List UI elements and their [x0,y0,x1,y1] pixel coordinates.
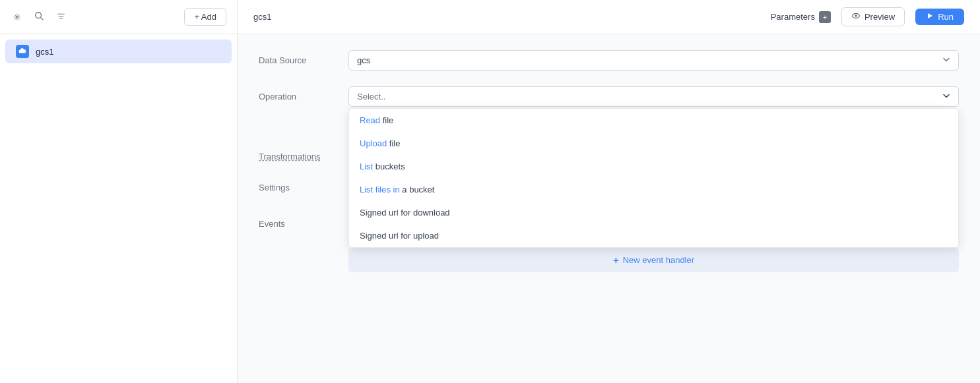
eye-icon [851,11,861,22]
search-icon-button[interactable] [32,9,46,25]
dropdown-item-signed-download[interactable]: Signed url for download [349,201,958,224]
cloud-icon [18,47,26,55]
data-source-select-wrapper: gcs [348,50,959,71]
dropdown-item-signed-upload-label: Signed url for upload [360,231,439,241]
gcs1-icon [16,45,29,58]
main-panel: gcs1 Parameters + Preview Run [238,0,980,383]
preview-label: Preview [865,12,895,22]
search-icon [34,11,44,20]
filter-icon-button[interactable] [54,9,68,25]
operation-label: Operation [259,86,338,102]
sidebar-item-gcs1[interactable]: gcs1 [5,40,232,63]
dropdown-item-list-suffix: buckets [373,162,405,171]
add-button-label: + Add [194,12,216,22]
sidebar-topbar: ✳ + Add [0,0,237,34]
operation-row: Operation Select.. Read file [259,86,959,107]
dropdown-item-list-label: List [360,162,373,171]
settings-label: Settings [259,177,338,192]
dropdown-item-upload-label: Upload [360,138,387,148]
dropdown-item-list-files-label: List files [360,185,391,194]
add-button[interactable]: + Add [184,8,226,26]
main-topbar: gcs1 Parameters + Preview Run [238,0,980,34]
data-source-select[interactable]: gcs [348,50,959,71]
data-source-control: gcs [348,50,959,71]
sidebar: ✳ + Add gcs1 [0,0,238,383]
dropdown-item-signed-upload[interactable]: Signed url for upload [349,224,958,247]
events-label: Events [259,214,338,229]
svg-line-1 [41,18,44,20]
dropdown-item-list-files[interactable]: List files in a bucket [349,178,958,201]
dropdown-item-in-label: in [391,185,400,194]
dropdown-item-bucket-suffix: a bucket [400,185,435,194]
filter-icon [57,12,65,20]
sidebar-item-label: gcs1 [36,47,53,57]
preview-button[interactable]: Preview [841,7,905,26]
content-area: Data Source gcs Operation [238,34,980,383]
component-name: gcs1 [253,12,271,22]
play-icon [926,12,934,22]
new-event-handler-button[interactable]: + New event handler [348,248,959,272]
parameters-button[interactable]: Parameters + [771,11,831,23]
star-icon-button[interactable]: ✳ [11,9,24,25]
operation-control: Select.. Read file Upload file [348,86,959,107]
operation-placeholder: Select.. [357,92,385,102]
dropdown-item-read-file-label: Read [360,115,380,125]
dropdown-item-read-file-suffix: file [380,115,393,125]
dropdown-item-signed-download-label: Signed url for download [360,208,450,218]
data-source-row: Data Source gcs [259,50,959,71]
run-label: Run [938,12,954,22]
operation-dropdown: Read file Upload file List buckets List … [348,108,959,248]
operation-select-wrapper[interactable]: Select.. [348,86,959,107]
dropdown-item-read-file[interactable]: Read file [349,109,958,132]
new-event-plus-icon: + [613,254,619,266]
data-source-label: Data Source [259,50,338,65]
svg-point-3 [855,15,857,17]
parameters-label: Parameters [771,12,815,22]
dropdown-item-upload-suffix: file [387,138,400,148]
transformations-label: Transformations [259,146,338,162]
dropdown-item-list-buckets[interactable]: List buckets [349,155,958,178]
run-button[interactable]: Run [915,9,964,25]
operation-select-box[interactable]: Select.. [348,86,959,107]
new-event-label: New event handler [623,255,694,265]
dropdown-item-upload-file[interactable]: Upload file [349,132,958,155]
parameters-plus-icon: + [819,11,831,23]
